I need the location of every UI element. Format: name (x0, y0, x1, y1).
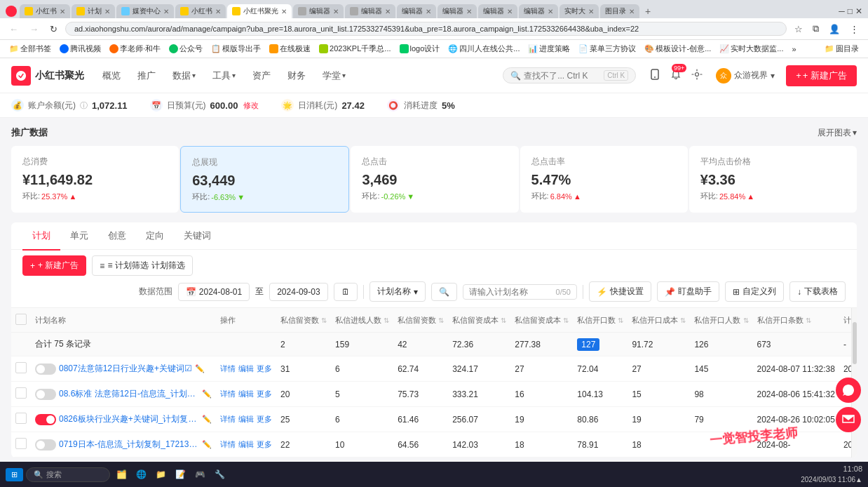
start-button[interactable]: ⊞ (6, 468, 23, 481)
bookmark-star[interactable]: ☆ (791, 22, 806, 36)
bookmark-lishi[interactable]: 李老师·和牛 (106, 42, 164, 55)
row2-edit-link[interactable]: 编辑 (238, 389, 254, 399)
quick-settings-button[interactable]: ⚡ 快捷设置 (589, 281, 651, 302)
maximize-button[interactable]: □ (848, 6, 853, 16)
row3-checkbox[interactable] (15, 413, 27, 424)
browser-tab-7[interactable]: 编辑器✕ (345, 4, 395, 18)
plan-search-box[interactable]: 0/50 (463, 284, 577, 300)
header-search-input[interactable] (524, 71, 601, 81)
browser-tab-2[interactable]: 计划✕ (72, 4, 115, 18)
plan-search-input[interactable] (469, 287, 553, 297)
close-button[interactable]: ✕ (855, 6, 862, 16)
tab-targeting[interactable]: 定向 (136, 222, 174, 251)
th-col1[interactable]: 私信留资数 ⇅ (276, 308, 331, 333)
row4-campaign-name[interactable]: 0719日本-信息流_计划复制_1721378822484_1 (59, 439, 199, 451)
bookmark-more[interactable]: » (788, 44, 799, 55)
th-col2[interactable]: 私信进线人数 ⇅ (331, 308, 393, 333)
new-ad-header-button[interactable]: + + 新建广告 (786, 65, 857, 86)
search-icon-button[interactable]: 🔍 (431, 283, 457, 301)
row3-edit-icon[interactable]: ✏️ (202, 415, 212, 424)
row2-checkbox[interactable] (15, 387, 27, 399)
th-col9[interactable]: 私信开口条数 ⇅ (753, 308, 839, 333)
filter-button[interactable]: ≡ ≡ 计划筛选 计划筛选 (92, 255, 192, 276)
user-menu[interactable]: 众 众游视界 ▾ (716, 68, 775, 84)
calendar-picker-button[interactable]: 🗓 (334, 283, 358, 301)
row2-edit-icon[interactable]: ✏️ (202, 389, 212, 399)
bookmark-kpl[interactable]: 2023KPL千季总... (316, 42, 394, 55)
notification-button[interactable]: 99+ (668, 67, 684, 85)
download-table-button[interactable]: ↓ 下载表格 (789, 281, 846, 302)
forward-button[interactable]: → (26, 22, 42, 36)
settings-button[interactable] (689, 67, 705, 85)
service-float-button[interactable] (836, 378, 861, 403)
new-tab-button[interactable]: + (641, 4, 655, 18)
date-to-button[interactable]: 2024-09-03 (269, 283, 327, 301)
browser-tab-9[interactable]: 编辑器✕ (438, 4, 477, 18)
row2-toggle[interactable] (35, 389, 56, 400)
bookmark-logo[interactable]: logo设计 (396, 42, 444, 55)
bookmark-wechat[interactable]: 公众号 (165, 42, 206, 55)
bookmark-tencent[interactable]: 腾讯视频 (56, 42, 104, 55)
reload-button[interactable]: ↻ (46, 22, 61, 36)
row1-checkbox[interactable] (15, 362, 27, 373)
bookmark-contract[interactable]: 📄 菜单三方协议 (575, 42, 639, 55)
new-ad-button[interactable]: + + 新建广告 (22, 255, 86, 276)
row1-toggle[interactable] (35, 363, 56, 375)
date-from-button[interactable]: 📅 2024-08-01 (178, 283, 250, 301)
browser-tab-1[interactable]: 小红书✕ (20, 4, 70, 18)
th-col3[interactable]: 私信留资数 ⇅ (393, 308, 448, 333)
browser-tab-11[interactable]: 编辑器✕ (519, 4, 558, 18)
row4-more-link[interactable]: 更多 (257, 439, 272, 450)
tab-unit[interactable]: 单元 (60, 222, 98, 251)
expand-chart-button[interactable]: 展开图表 ▾ (818, 127, 857, 139)
row1-campaign-name[interactable]: 0807法意筛12日行业兴趣+关键词☑ (59, 363, 192, 375)
taskbar-icon-files[interactable]: 🗂️ (113, 466, 130, 483)
nav-data[interactable]: 数据 ▾ (165, 65, 203, 86)
browser-tab-active[interactable]: 小红书聚光✕ (227, 4, 292, 18)
nav-promote[interactable]: 推广 (130, 65, 163, 86)
taskbar-search[interactable]: 🔍 搜索 (26, 467, 110, 482)
nav-overview[interactable]: 概览 (95, 65, 128, 86)
taskbar-icon-notepad[interactable]: 📝 (172, 466, 189, 483)
header-search[interactable]: 🔍 Ctrl K (503, 67, 636, 84)
message-float-button[interactable] (836, 407, 861, 432)
row3-toggle[interactable] (35, 414, 56, 425)
row4-edit-link[interactable]: 编辑 (238, 439, 254, 450)
th-col6[interactable]: 私信开口数 ⇅ (573, 308, 628, 333)
tab-campaign[interactable]: 计划 (22, 222, 60, 251)
row2-more-link[interactable]: 更多 (257, 389, 272, 399)
tab-keywords[interactable]: 关键词 (174, 222, 221, 251)
taskbar-icon-game[interactable]: 🎮 (191, 466, 208, 483)
balance-info-icon[interactable]: ⓘ (80, 100, 88, 111)
row4-detail-link[interactable]: 详情 (220, 439, 236, 450)
browser-tab-6[interactable]: 编辑器✕ (293, 4, 344, 18)
row3-detail-link[interactable]: 详情 (220, 414, 236, 425)
th-col4[interactable]: 私信留资成本 ⇅ (448, 308, 510, 333)
nav-assets[interactable]: 资产 (245, 65, 278, 86)
row3-edit-link[interactable]: 编辑 (238, 414, 254, 425)
taskbar-icon-folder[interactable]: 📁 (152, 466, 169, 483)
browser-tab-8[interactable]: 编辑器✕ (397, 4, 436, 18)
bookmark-folder-right[interactable]: 📁 圆目录 (821, 42, 862, 55)
row1-more-link[interactable]: 更多 (257, 363, 272, 374)
minimize-button[interactable]: ─ (839, 6, 845, 16)
bookmark-template[interactable]: 📋 模版导出手 (208, 42, 264, 55)
custom-columns-button[interactable]: ⊞ 自定义列 (725, 281, 784, 302)
tab-creative[interactable]: 创意 (98, 222, 136, 251)
nav-academy[interactable]: 学堂 ▾ (316, 65, 353, 86)
bookmark-realtime[interactable]: 📈 实时大数据监... (716, 42, 787, 55)
extensions-button[interactable]: ⧉ (809, 21, 822, 36)
profile-button[interactable]: 👤 (825, 22, 843, 36)
row3-more-link[interactable]: 更多 (257, 414, 272, 425)
row4-checkbox[interactable] (15, 438, 27, 449)
row1-detail-link[interactable]: 详情 (220, 363, 236, 374)
bookmark-sichuan[interactable]: 🌐 四川人在线公共... (445, 42, 523, 55)
browser-tab-3[interactable]: 媒资中心✕ (116, 4, 174, 18)
bookmark-design[interactable]: 🎨 模板设计-创意... (641, 42, 714, 55)
th-col8[interactable]: 私信开口人数 ⇅ (690, 308, 752, 333)
plan-name-dropdown[interactable]: 计划名称 ▾ (369, 281, 426, 302)
phone-icon-button[interactable] (647, 67, 663, 85)
row3-campaign-name[interactable]: 0826板块行业兴趣+关键词_计划复制_ (59, 413, 199, 425)
browser-menu-button[interactable]: ⋮ (846, 22, 862, 36)
taskbar-icon-browser[interactable]: 🌐 (133, 466, 149, 483)
